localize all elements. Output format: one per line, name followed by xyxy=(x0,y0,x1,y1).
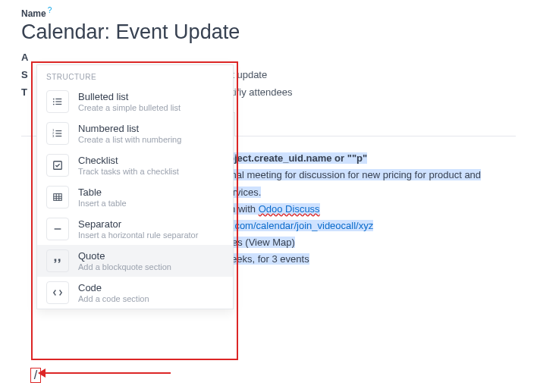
odoo-discuss-link[interactable]: Odoo Discuss xyxy=(259,203,320,215)
content-line-4: ny.com/calendar/join_videocall/xyz xyxy=(222,220,373,231)
list-ol-icon: 123 xyxy=(46,122,69,145)
content-line-1: object.create_uid.name or ""p" xyxy=(222,152,367,164)
minus-icon xyxy=(46,218,69,240)
menu-item-title: Quote xyxy=(78,250,171,262)
svg-point-4 xyxy=(53,104,55,105)
svg-rect-13 xyxy=(54,194,62,201)
menu-item-table[interactable]: TableInsert a table xyxy=(37,181,233,213)
menu-item-separator[interactable]: SeparatorInsert a horizontal rule separa… xyxy=(37,213,233,245)
menu-item-numbered-list[interactable]: 123 Numbered listCreate a list with numb… xyxy=(37,118,233,149)
svg-rect-7 xyxy=(55,130,61,131)
menu-item-desc: Add a code section xyxy=(78,294,149,303)
menu-item-title: Table xyxy=(78,187,127,198)
menu-item-desc: Insert a table xyxy=(78,199,127,208)
menu-item-checklist[interactable]: ChecklistTrack tasks with a checklist xyxy=(37,149,233,181)
svg-rect-11 xyxy=(55,136,61,136)
svg-rect-3 xyxy=(55,101,61,102)
field-t-value: otifiy attendees xyxy=(226,86,292,98)
menu-item-title: Separator xyxy=(78,218,198,230)
name-label-row: Name? xyxy=(21,6,516,19)
field-a-label: A xyxy=(21,52,36,63)
annotation-arrow-line xyxy=(42,372,171,374)
menu-item-code[interactable]: CodeAdd a code section xyxy=(37,277,233,309)
svg-point-0 xyxy=(53,99,55,100)
menu-item-desc: Insert a horizontal rule separator xyxy=(78,230,198,240)
menu-item-desc: Track tasks with a checklist xyxy=(78,167,179,176)
list-ul-icon xyxy=(46,90,69,113)
svg-point-2 xyxy=(53,101,55,102)
menu-item-title: Numbered list xyxy=(78,123,181,134)
menu-item-desc: Create a list with numbering xyxy=(78,135,181,144)
svg-rect-18 xyxy=(55,228,61,229)
check-square-icon xyxy=(46,154,69,177)
menu-item-title: Checklist xyxy=(78,155,179,166)
slash-command-menu: STRUCTURE Bulleted listCreate a simple b… xyxy=(36,64,234,309)
svg-rect-5 xyxy=(55,104,61,105)
field-s-label: S xyxy=(21,69,36,80)
help-icon[interactable]: ? xyxy=(48,6,52,14)
table-icon xyxy=(46,186,69,209)
menu-item-title: Bulleted list xyxy=(78,91,181,102)
svg-rect-1 xyxy=(55,99,61,99)
field-t-label: T xyxy=(21,86,36,98)
content-line-6: Weeks, for 3 events xyxy=(222,253,309,265)
menu-section-header: STRUCTURE xyxy=(37,65,233,86)
svg-rect-9 xyxy=(55,133,61,133)
svg-text:3: 3 xyxy=(52,134,55,138)
name-label: Name xyxy=(21,8,46,19)
menu-item-bulleted-list[interactable]: Bulleted listCreate a simple bulleted li… xyxy=(37,86,233,118)
page-title: Calendar: Event Update xyxy=(21,20,516,44)
content-line-2: ernal meeting for discussion for new pri… xyxy=(222,169,481,197)
menu-item-quote[interactable]: QuoteAdd a blockquote section xyxy=(37,245,233,277)
menu-item-desc: Add a blockquote section xyxy=(78,262,171,271)
code-icon xyxy=(46,281,69,304)
editor-content[interactable]: object.create_uid.name or ""p" ernal mee… xyxy=(211,150,516,268)
menu-item-title: Code xyxy=(78,282,149,293)
menu-item-desc: Create a simple bulleted list xyxy=(78,103,181,112)
quote-icon xyxy=(46,249,69,272)
